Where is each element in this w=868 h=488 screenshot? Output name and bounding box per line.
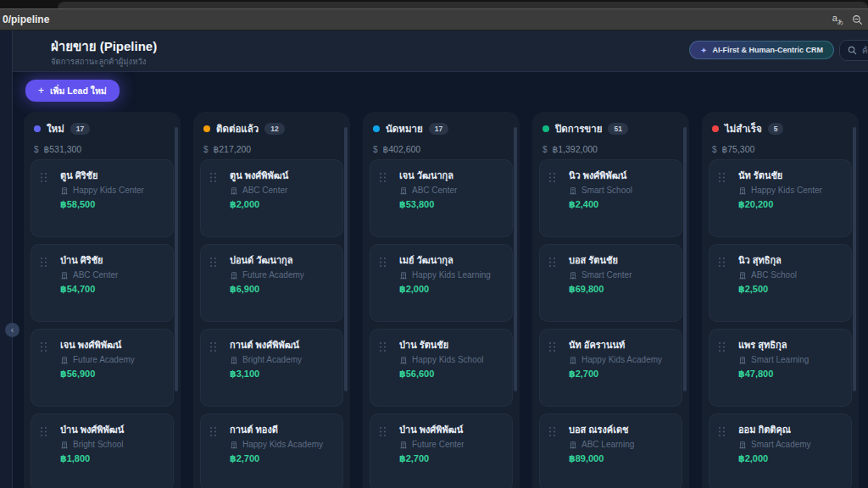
- lead-name: ตูน พงศ์พิพัฒน์: [230, 169, 332, 181]
- lead-card[interactable]: เมย์ วัฒนากุล Happy Kids Learning ฿2,000: [370, 244, 513, 322]
- lead-company: Future Center: [412, 440, 465, 449]
- lead-company: Smart Center: [581, 270, 632, 280]
- add-lead-label: เพิ่ม Lead ใหม่: [50, 84, 107, 98]
- drag-handle-icon[interactable]: [549, 173, 555, 182]
- drag-handle-icon[interactable]: [210, 173, 216, 182]
- drag-handle-icon[interactable]: [719, 342, 725, 352]
- lead-card[interactable]: ป่าน รัตนชัย Happy Kids School ฿56,600: [370, 329, 513, 407]
- column-scrollbar[interactable]: [853, 127, 856, 391]
- lead-card[interactable]: แพร สุทธิกุล Smart Learning ฿47,800: [709, 329, 852, 407]
- drag-handle-icon[interactable]: [210, 342, 216, 352]
- building-icon: [569, 441, 577, 449]
- lead-card[interactable]: ปอนด์ วัฒนากุล Future Academy ฿6,900: [200, 244, 343, 322]
- lead-amount: ฿2,700: [399, 453, 502, 464]
- drag-handle-icon[interactable]: [549, 427, 555, 436]
- browser-tab[interactable]: [58, 2, 868, 8]
- lead-name: บอส รัตนชัย: [569, 254, 671, 266]
- pipeline-column: นัดหมาย 17 $ ฿402,600 เจน วัฒนากุล ABC C…: [363, 112, 520, 488]
- lead-card[interactable]: ตูน พงศ์พิพัฒน์ ABC Center ฿2,000: [200, 159, 343, 237]
- lead-card-body: ตูน ศิริชัย Happy Kids Center ฿58,500: [60, 169, 163, 210]
- lead-card[interactable]: กานต์ ทองดี Happy Kids Academy ฿2,700: [200, 413, 343, 488]
- status-dot: [373, 125, 380, 132]
- lead-name: กานต์ พงศ์พิพัฒน์: [230, 339, 332, 351]
- column-total-amount: ฿402,600: [383, 144, 421, 154]
- zoom-out-icon[interactable]: [852, 14, 863, 25]
- lead-amount: ฿1,800: [60, 453, 163, 464]
- search-input[interactable]: [862, 46, 868, 55]
- lead-amount: ฿56,600: [399, 369, 502, 380]
- lead-name: ปอนด์ วัฒนากุล: [230, 254, 332, 266]
- lead-card-body: ตูน พงศ์พิพัฒน์ ABC Center ฿2,000: [230, 169, 332, 210]
- lead-card[interactable]: บอส รัตนชัย Smart Center ฿69,800: [539, 244, 682, 322]
- search-box[interactable]: [839, 40, 868, 61]
- drag-handle-icon[interactable]: [41, 173, 47, 182]
- lead-company: ABC School: [751, 270, 797, 280]
- lead-card-body: นัท รัตนชัย Happy Kids Center ฿20,200: [738, 169, 841, 210]
- building-icon: [60, 356, 69, 364]
- lead-card[interactable]: นิว พงศ์พิพัฒน์ Smart School ฿2,400: [539, 159, 682, 237]
- lead-card[interactable]: ตูน ศิริชัย Happy Kids Center ฿58,500: [31, 159, 174, 237]
- add-lead-button[interactable]: + เพิ่ม Lead ใหม่: [25, 80, 120, 102]
- lead-company-row: Smart Center: [569, 270, 671, 280]
- drag-handle-icon[interactable]: [719, 427, 725, 436]
- collapsed-sidebar: [0, 30, 13, 488]
- lead-card[interactable]: เจน พงศ์พิพัฒน์ Future Academy ฿56,900: [31, 329, 174, 407]
- lead-company-row: ABC Center: [399, 186, 502, 195]
- lead-card[interactable]: นัท รัตนชัย Happy Kids Center ฿20,200: [709, 159, 852, 237]
- lead-card[interactable]: กานต์ พงศ์พิพัฒน์ Bright Academy ฿3,100: [200, 329, 343, 407]
- lead-card[interactable]: นัท อัครานนท์ Happy Kids Academy ฿2,700: [539, 329, 682, 407]
- building-icon: [60, 186, 69, 195]
- lead-name: เจน วัฒนากุล: [399, 169, 502, 181]
- lead-card-body: กานต์ พงศ์พิพัฒน์ Bright Academy ฿3,100: [230, 339, 332, 380]
- sidebar-toggle-button[interactable]: ‹: [5, 323, 19, 337]
- lead-card-body: บอส ณรงค์เดช ABC Learning ฿89,000: [569, 424, 671, 464]
- building-icon: [399, 271, 408, 280]
- lead-card[interactable]: เจน วัฒนากุล ABC Center ฿53,800: [370, 159, 513, 237]
- drag-handle-icon[interactable]: [380, 173, 386, 182]
- drag-handle-icon[interactable]: [380, 258, 386, 267]
- drag-handle-icon[interactable]: [210, 427, 216, 436]
- lead-card[interactable]: ป่าน ศิริชัย ABC Center ฿54,700: [31, 244, 174, 322]
- lead-card[interactable]: ป่าน พงศ์พิพัฒน์ Bright School ฿1,800: [31, 413, 174, 488]
- building-icon: [569, 271, 577, 280]
- column-scrollbar[interactable]: [514, 127, 517, 391]
- crm-app: ‹ ฝ่ายขาย (Pipeline) จัดการสถานะลูกค้าผู…: [0, 30, 868, 488]
- drag-handle-icon[interactable]: [41, 427, 47, 436]
- column-count-badge: 12: [264, 123, 284, 135]
- lead-company-row: Happy Kids Learning: [399, 270, 502, 280]
- card-list: เจน วัฒนากุล ABC Center ฿53,800 เมย์ วัฒ…: [370, 159, 513, 488]
- lead-company: Happy Kids Academy: [581, 355, 662, 364]
- drag-handle-icon[interactable]: [380, 427, 386, 436]
- drag-handle-icon[interactable]: [719, 258, 725, 267]
- lead-company-row: Bright School: [60, 440, 163, 449]
- building-icon: [60, 271, 69, 280]
- column-title: ปิดการขาย: [555, 121, 602, 136]
- drag-handle-icon[interactable]: [41, 258, 47, 267]
- building-icon: [230, 356, 238, 364]
- url-text[interactable]: 0/pipeline: [3, 14, 49, 25]
- column-scrollbar[interactable]: [344, 127, 348, 391]
- column-header: นัดหมาย 17: [373, 122, 509, 136]
- drag-handle-icon[interactable]: [41, 342, 47, 352]
- lead-company: Happy Kids Learning: [412, 270, 491, 280]
- drag-handle-icon[interactable]: [719, 173, 725, 182]
- lead-company-row: Smart School: [569, 186, 671, 195]
- lead-company: ABC Learning: [581, 440, 634, 449]
- lead-card[interactable]: ออม กิตติคุณ Smart Academy ฿2,000: [709, 413, 852, 488]
- lead-card[interactable]: บอส ณรงค์เดช ABC Learning ฿89,000: [539, 413, 682, 488]
- drag-handle-icon[interactable]: [210, 258, 216, 267]
- lead-company-row: Bright Academy: [230, 355, 332, 364]
- drag-handle-icon[interactable]: [549, 258, 555, 267]
- column-title: นัดหมาย: [386, 121, 423, 136]
- lead-company-row: Happy Kids Center: [738, 186, 841, 195]
- browser-address-bar[interactable]: 0/pipeline aあ: [0, 8, 868, 30]
- column-scrollbar[interactable]: [683, 127, 687, 391]
- column-scrollbar[interactable]: [175, 127, 178, 391]
- pipeline-column: ไม่สำเร็จ 5 $ ฿75,300 นัท รัตนชัย Happy …: [702, 112, 859, 488]
- lead-company: Smart Learning: [751, 355, 809, 364]
- translate-icon[interactable]: aあ: [832, 13, 843, 26]
- drag-handle-icon[interactable]: [549, 342, 555, 352]
- lead-card[interactable]: ป่าน พงศ์พิพัฒน์ Future Center ฿2,700: [370, 413, 513, 488]
- lead-card[interactable]: นิว สุทธิกุล ABC School ฿2,500: [709, 244, 852, 322]
- drag-handle-icon[interactable]: [380, 342, 386, 352]
